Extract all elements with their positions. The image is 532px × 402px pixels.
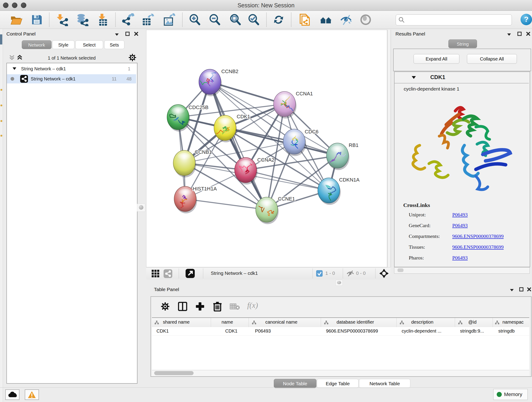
network-scroll-strip[interactable] — [387, 30, 391, 267]
maximize-panel-icon[interactable] — [517, 32, 522, 36]
table-hscrollbar[interactable] — [152, 370, 529, 376]
zoom-fit-button[interactable] — [229, 13, 242, 26]
crosslink-pharos-link[interactable]: P06493 — [452, 255, 468, 261]
tab-style[interactable]: Style — [52, 40, 75, 49]
tab-string-results[interactable]: String — [448, 39, 477, 48]
show-columns-icon[interactable] — [178, 302, 187, 311]
network-collection-row[interactable]: String Network – cdk1 1 — [7, 64, 136, 73]
zoom-in-button[interactable] — [188, 13, 201, 26]
show-all-button[interactable] — [359, 13, 372, 26]
tab-network[interactable]: Network — [22, 40, 51, 49]
tab-node-table[interactable]: Node Table — [274, 379, 317, 388]
crosslink-tissues-link[interactable]: 9606.ENSP00000378699 — [452, 244, 504, 250]
table-settings-gear-icon[interactable] — [161, 302, 170, 311]
birds-eye-toggle-icon[interactable] — [186, 269, 195, 278]
network-node-HIST1H1A[interactable]: HIST1H1A — [174, 186, 217, 213]
zoom-selected-button[interactable] — [247, 13, 260, 26]
float-panel-icon[interactable] — [510, 288, 514, 292]
network-options-gear-icon[interactable] — [128, 54, 136, 61]
network-node-CCNB2[interactable]: CCNB2 — [196, 69, 239, 96]
maximize-panel-icon[interactable] — [519, 287, 524, 292]
column-header[interactable]: @id — [455, 318, 493, 327]
column-header[interactable]: namespac — [493, 318, 529, 327]
open-session-button[interactable] — [10, 13, 22, 26]
share-view-icon[interactable] — [164, 269, 172, 278]
close-panel-icon[interactable] — [134, 32, 139, 36]
cloud-status-button[interactable] — [5, 389, 19, 400]
tab-select[interactable]: Select — [75, 40, 103, 49]
network-node-CCNE1[interactable]: CCNE1 — [256, 196, 295, 224]
left-splitter-handle[interactable] — [137, 204, 145, 212]
column-header[interactable]: canonical name — [249, 318, 321, 327]
zoom-out-button[interactable] — [208, 13, 221, 26]
column-header[interactable]: name — [211, 318, 249, 327]
protein-result-card: CDK1 cyclin-dependent kinase 1 CrossLin — [394, 71, 530, 267]
network-node-CCNA1[interactable]: CCNA1 — [273, 91, 313, 119]
network-node-CCNA2[interactable]: CCNA2 — [234, 157, 274, 185]
table-row[interactable]: CDK1 CDK1 P06493 9606.ENSP00000378699 cy… — [152, 327, 529, 336]
export-network-button[interactable] — [121, 13, 134, 26]
column-header[interactable]: database identifier — [321, 318, 397, 327]
network-canvas[interactable]: CCNB2CCNA1CDC25BCDK1CDC6RB1CCNB1CCNA2CDK… — [146, 30, 387, 267]
import-network-from-database-button[interactable] — [76, 13, 89, 26]
toolbar-separator — [266, 13, 267, 27]
export-table-button[interactable] — [141, 13, 154, 26]
collapse-all-button[interactable]: Collapse All — [467, 54, 517, 64]
hidden-eye-icon[interactable] — [346, 270, 354, 277]
protein-card-header[interactable]: CDK1 — [394, 72, 529, 83]
results-scroll-strip[interactable] — [394, 267, 530, 274]
copy-network-button[interactable] — [298, 13, 311, 26]
network-label: String Network – cdk1 — [31, 74, 76, 83]
grid-view-icon[interactable] — [152, 270, 159, 278]
import-table-button[interactable] — [97, 13, 110, 26]
close-panel-icon[interactable] — [527, 287, 532, 292]
tab-network-table[interactable]: Network Table — [359, 379, 410, 388]
column-header[interactable]: shared name — [152, 318, 211, 327]
maximize-panel-icon[interactable] — [125, 32, 130, 36]
refresh-layout-button[interactable] — [272, 13, 285, 26]
selected-node-edge-counts: 1 - 0 — [325, 270, 335, 276]
results-scroll-thumb[interactable] — [398, 268, 404, 272]
column-header[interactable]: description — [397, 318, 455, 327]
cell-namespace: stringdb — [498, 328, 515, 334]
first-neighbors-button[interactable] — [319, 13, 332, 26]
string-network-graph[interactable]: CCNB2CCNA1CDC25BCDK1CDC6RB1CCNB1CCNA2CDK… — [146, 30, 387, 267]
crosslink-label: Compartments: — [409, 233, 440, 239]
help-button[interactable]: ? — [520, 14, 532, 25]
close-panel-icon[interactable] — [526, 32, 531, 36]
cell-shared-name: CDK1 — [157, 328, 169, 334]
float-panel-icon[interactable] — [114, 33, 119, 36]
zoom-out-icon — [208, 13, 221, 26]
network-node-CDKN1A[interactable]: CDKN1A — [318, 177, 360, 205]
network-edge-count: 48 — [127, 74, 132, 83]
tree-expander-icon[interactable] — [12, 67, 17, 70]
crosslink-compartments-link[interactable]: 9606.ENSP00000378699 — [452, 233, 504, 239]
create-column-plus-icon[interactable] — [196, 302, 205, 311]
background-window-sliver — [0, 120, 2, 122]
tab-sets[interactable]: Sets — [104, 40, 124, 49]
warning-status-button[interactable] — [25, 389, 39, 400]
node-label-CCNB2: CCNB2 — [221, 69, 239, 74]
search-field[interactable] — [396, 14, 512, 26]
node-label-CDK1: CDK1 — [237, 114, 250, 119]
bottom-splitter-handle[interactable] — [336, 280, 343, 286]
fit-selected-crosshair-icon[interactable] — [380, 269, 389, 278]
tab-edge-table[interactable]: Edge Table — [317, 379, 359, 388]
save-session-button[interactable] — [30, 13, 43, 26]
memory-button[interactable]: Memory — [493, 389, 528, 400]
hide-selected-button[interactable] — [340, 13, 352, 26]
network-node-CDC6[interactable]: CDC6 — [283, 129, 318, 156]
export-image-button[interactable] — [162, 13, 175, 26]
network-row-selected[interactable]: String Network – cdk1 11 48 — [7, 74, 136, 83]
network-node-CCNB1[interactable]: CCNB1 — [173, 149, 212, 177]
expand-all-button[interactable]: Expand All — [413, 54, 459, 64]
float-panel-icon[interactable] — [507, 33, 511, 36]
network-node-RB1[interactable]: RB1 — [326, 142, 359, 170]
import-network-button[interactable] — [56, 13, 69, 26]
selected-checkbox-icon[interactable] — [316, 270, 323, 277]
crosslink-genecard-link[interactable]: P06493 — [452, 223, 468, 229]
table-hscroll-thumb[interactable] — [154, 371, 194, 375]
delete-column-trash-icon[interactable] — [213, 301, 222, 312]
card-expander-icon[interactable] — [412, 76, 416, 79]
crosslink-uniprot-link[interactable]: P06493 — [452, 212, 468, 218]
